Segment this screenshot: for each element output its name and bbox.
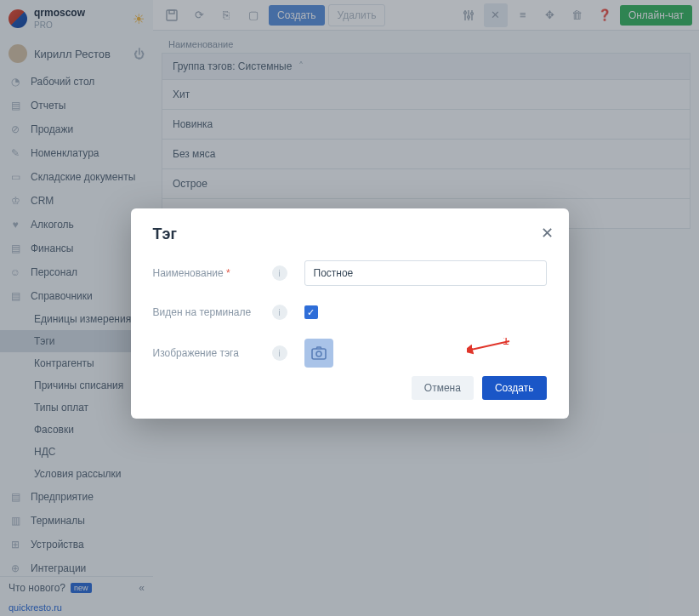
image-upload-button[interactable] bbox=[304, 339, 333, 368]
visible-label: Виден на терминале bbox=[153, 306, 272, 318]
svg-rect-8 bbox=[312, 349, 326, 359]
field-visible: Виден на терминале i ✓ bbox=[153, 305, 547, 320]
visible-checkbox[interactable]: ✓ bbox=[304, 305, 318, 319]
field-name: Наименование * i bbox=[153, 260, 547, 286]
name-label: Наименование * bbox=[153, 267, 272, 279]
tag-modal: ✕ Тэг Наименование * i Виден на терминал… bbox=[131, 208, 569, 419]
field-image: Изображение тэга i bbox=[153, 339, 547, 368]
svg-point-9 bbox=[316, 351, 321, 356]
close-icon[interactable]: ✕ bbox=[541, 224, 554, 242]
info-icon[interactable]: i bbox=[272, 345, 287, 361]
submit-button[interactable]: Создать bbox=[482, 376, 547, 400]
modal-title: Тэг bbox=[153, 225, 547, 243]
modal-overlay: ✕ Тэг Наименование * i Виден на терминал… bbox=[0, 0, 699, 616]
modal-actions: Отмена Создать bbox=[153, 376, 547, 400]
name-input[interactable] bbox=[304, 260, 547, 286]
info-icon[interactable]: i bbox=[272, 305, 287, 320]
info-icon[interactable]: i bbox=[272, 265, 287, 281]
cancel-button[interactable]: Отмена bbox=[412, 376, 474, 400]
image-label: Изображение тэга bbox=[153, 347, 272, 359]
